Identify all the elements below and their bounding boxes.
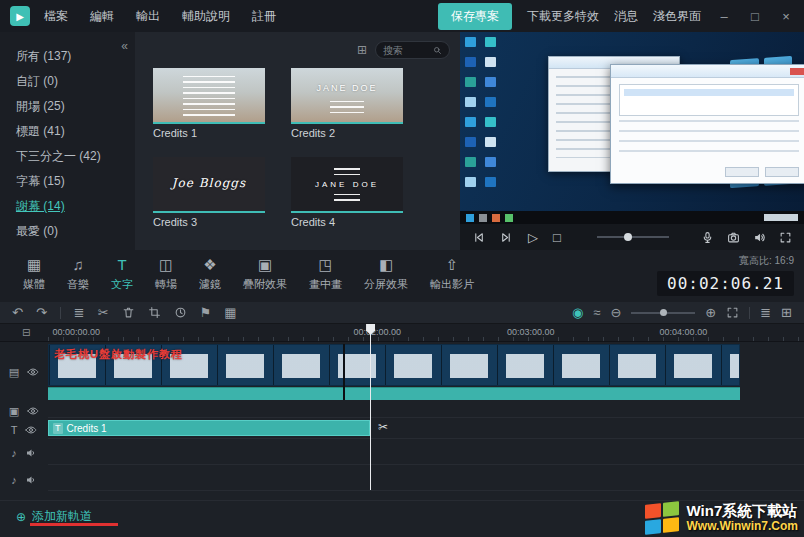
video-clip-audio-bar xyxy=(48,387,740,400)
skip-forward-icon[interactable] xyxy=(500,231,513,244)
video-track-lane[interactable]: 老毛桃U盤啟動製作教程 xyxy=(48,344,804,400)
minimize-button[interactable]: – xyxy=(716,9,732,24)
sidebar-category-item[interactable]: 標題 (41) xyxy=(0,119,135,144)
redo-icon[interactable]: ↷ xyxy=(36,305,47,320)
watermark: Win7系統下載站 Www.Winwin7.Com xyxy=(645,502,798,533)
template-item[interactable]: Joe Bloggs Credits 3 xyxy=(153,157,265,228)
eye-visibility-icon[interactable] xyxy=(25,424,37,436)
sidebar-collapse-icon[interactable]: « xyxy=(121,39,128,53)
timeline-zoom-slider[interactable] xyxy=(631,312,695,314)
zoom-out-icon[interactable]: ⊖ xyxy=(610,305,621,320)
mute-speaker-icon[interactable] xyxy=(25,474,37,486)
track-manager-icon[interactable]: ≣ xyxy=(74,305,85,320)
list-view-icon[interactable]: ≣ xyxy=(760,305,771,320)
eye-visibility-icon[interactable] xyxy=(27,405,39,417)
zoom-in-icon[interactable]: ⊕ xyxy=(705,305,716,320)
credit-lines-decoration xyxy=(330,101,364,113)
seek-slider-thumb[interactable] xyxy=(624,233,632,241)
music-note-icon: ♪ xyxy=(11,474,17,486)
timeline-ruler-row: ⊟ 00:00:00.0000:02:00.0000:03:00.0000:04… xyxy=(0,324,804,342)
ruler-options-icon[interactable]: ⊟ xyxy=(22,327,30,338)
toolbar-item[interactable]: ▦ 媒體 xyxy=(12,257,56,302)
template-grid: Credits 1 JANE DOE Credits 2 xyxy=(153,68,403,228)
menu-item[interactable]: 輔助說明 xyxy=(182,8,230,25)
template-thumbnail[interactable]: Joe Bloggs xyxy=(153,157,265,213)
render-preview-icon[interactable]: ◉ xyxy=(572,305,583,320)
toolbar-item[interactable]: ❖ 濾鏡 xyxy=(188,257,232,302)
grid-view-icon[interactable]: ⊞ xyxy=(357,43,367,57)
thumbnail-title-text: Joe Bloggs xyxy=(153,176,265,190)
toolbar-item[interactable]: ◧ 分屏效果 xyxy=(353,257,419,302)
snapshot-camera-icon[interactable] xyxy=(727,231,740,244)
maximize-button[interactable]: □ xyxy=(747,9,763,24)
sidebar-category-item[interactable]: 自訂 (0) xyxy=(0,69,135,94)
theme-toggle-button[interactable]: 淺色界面 xyxy=(653,8,701,25)
close-button[interactable]: × xyxy=(778,9,794,24)
mute-speaker-icon[interactable] xyxy=(25,447,37,459)
sidebar-category-item[interactable]: 開場 (25) xyxy=(0,94,135,119)
audio-mixer-icon[interactable]: ≈ xyxy=(593,305,600,320)
play-button[interactable]: ▷ xyxy=(528,231,538,244)
menu-item[interactable]: 編輯 xyxy=(90,8,114,25)
zoom-slider-thumb[interactable] xyxy=(660,309,667,316)
playhead[interactable] xyxy=(370,324,371,490)
template-thumbnail[interactable]: JANE DOE xyxy=(291,68,403,124)
template-item[interactable]: JANE DOE Credits 2 xyxy=(291,68,403,139)
pip-track-lane[interactable] xyxy=(48,400,804,418)
search-box[interactable] xyxy=(375,41,450,59)
template-item[interactable]: Credits 1 xyxy=(153,68,265,139)
voiceover-mic-icon[interactable] xyxy=(701,231,714,244)
toolbar-item[interactable]: ◫ 轉場 xyxy=(144,257,188,302)
credit-lines-decoration xyxy=(334,194,360,203)
windows-flag-icon xyxy=(645,501,679,535)
template-item[interactable]: JANE DOE Credits 4 xyxy=(291,157,403,228)
text-clip[interactable]: T Credits 1 xyxy=(48,420,370,436)
download-effects-button[interactable]: 下載更多特效 xyxy=(527,8,599,25)
crop-icon[interactable] xyxy=(148,306,161,319)
sidebar-category-item[interactable]: 最愛 (0) xyxy=(0,219,135,244)
split-scissors-icon[interactable]: ✂ xyxy=(98,305,109,320)
speed-clock-icon[interactable] xyxy=(174,306,187,319)
taskbar-decoration xyxy=(460,211,804,224)
text-track-lane[interactable]: T Credits 1 ✂ xyxy=(48,418,804,439)
sidebar-category-item[interactable]: 所有 (137) xyxy=(0,44,135,69)
mosaic-icon[interactable]: ▦ xyxy=(224,305,236,320)
save-project-button[interactable]: 保存專案 xyxy=(438,3,512,30)
scissors-cursor-icon[interactable]: ✂ xyxy=(378,420,388,434)
skip-back-icon[interactable] xyxy=(472,231,485,244)
toolbar-item[interactable]: ◳ 畫中畫 xyxy=(298,257,353,302)
sidebar-category-item[interactable]: 下三分之一 (42) xyxy=(0,144,135,169)
fullscreen-icon[interactable] xyxy=(779,231,792,244)
search-input[interactable] xyxy=(383,45,429,56)
undo-icon[interactable]: ↶ xyxy=(12,305,23,320)
zoom-fit-icon[interactable] xyxy=(726,306,739,319)
volume-speaker-icon[interactable] xyxy=(753,231,766,244)
sidebar-category-item[interactable]: 字幕 (15) xyxy=(0,169,135,194)
messages-button[interactable]: 消息 xyxy=(614,8,638,25)
audio-track-lane[interactable] xyxy=(48,465,804,491)
titlebar-actions: 保存專案 下載更多特效 消息 淺色界面 – □ × xyxy=(438,3,794,30)
preview-video-frame[interactable] xyxy=(460,32,804,224)
video-clip-overlay-text: 老毛桃U盤啟動製作教程 xyxy=(54,347,183,362)
toolbar-item[interactable]: ♫ 音樂 xyxy=(56,257,100,302)
audio-track-lane[interactable] xyxy=(48,439,804,465)
toolbar-item-label: 音樂 xyxy=(67,277,89,292)
video-clip[interactable]: 老毛桃U盤啟動製作教程 xyxy=(48,344,740,400)
marker-flag-icon[interactable]: ⚑ xyxy=(200,305,212,320)
sidebar-category-item[interactable]: 謝幕 (14) xyxy=(0,194,135,219)
timeline-ruler[interactable]: 00:00:00.0000:02:00.0000:03:00.0000:04:0… xyxy=(48,324,804,341)
grid-view-icon[interactable]: ⊞ xyxy=(781,305,792,320)
menu-item[interactable]: 輸出 xyxy=(136,8,160,25)
toolbar-item[interactable]: ⇧ 輸出影片 xyxy=(419,257,485,302)
delete-trash-icon[interactable] xyxy=(122,306,135,319)
eye-visibility-icon[interactable] xyxy=(27,366,39,378)
template-thumbnail[interactable] xyxy=(153,68,265,124)
seek-slider[interactable] xyxy=(597,236,669,238)
toolbar-item-label: 文字 xyxy=(111,277,133,292)
toolbar-item[interactable]: T 文字 xyxy=(100,257,144,302)
menu-item[interactable]: 註冊 xyxy=(252,8,276,25)
template-thumbnail[interactable]: JANE DOE xyxy=(291,157,403,213)
toolbar-item[interactable]: ▣ 疊附效果 xyxy=(232,257,298,302)
menu-item[interactable]: 檔案 xyxy=(44,8,68,25)
stop-button[interactable]: □ xyxy=(553,231,561,244)
